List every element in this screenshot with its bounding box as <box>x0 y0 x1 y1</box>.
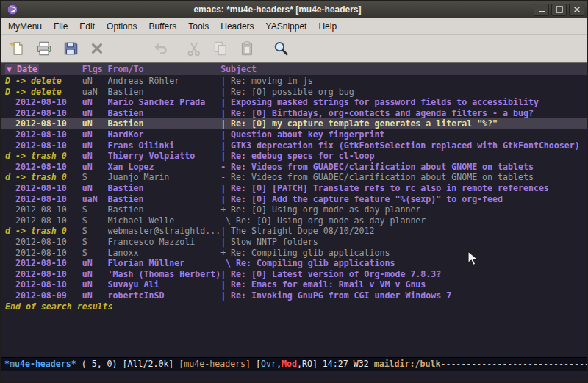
menu-buffers[interactable]: Buffers <box>143 19 182 34</box>
message-row[interactable]: d -> trash 0Swebmaster@straightd...| The… <box>1 226 587 237</box>
message-flags: uN <box>82 97 108 108</box>
paste-button[interactable] <box>236 37 258 60</box>
message-subject: | Re: [O] my capture template generates … <box>220 118 587 129</box>
message-date: 2012-08-10 <box>5 204 82 215</box>
menu-edit[interactable]: Edit <box>74 19 101 34</box>
message-date: 2012-08-10 <box>5 183 82 194</box>
message-flags: S <box>82 226 108 237</box>
message-from: Bastien <box>108 108 221 119</box>
column-header-from[interactable]: From/To <box>108 63 221 75</box>
column-header-subject[interactable]: Subject <box>220 63 587 75</box>
message-from: Mario Sanchez Prada <box>108 97 221 108</box>
message-row[interactable]: d -> trash 0SJuanjo Marin- Re: Videos fr… <box>1 172 587 183</box>
modeline-segment: , <box>276 359 282 369</box>
copy-icon <box>212 40 229 57</box>
message-flags: uN <box>82 108 108 119</box>
message-subject: | Re: moving in js <box>220 76 587 87</box>
message-row[interactable]: 2012-08-10uNBastien| Re: [O] [PATCH] Tra… <box>1 183 587 194</box>
message-subject: + Re: [O] Using org-mode as day planner <box>220 204 587 215</box>
emacs-logo-icon <box>7 4 18 15</box>
copy-button[interactable] <box>209 37 232 60</box>
message-row[interactable]: 2012-08-10SBastien+ Re: [O] Using org-mo… <box>1 204 587 215</box>
message-subject: + Re: Compiling glib applications <box>220 248 587 259</box>
message-row[interactable]: 2012-08-10SFrancesco Mazzoli| Slow NNTP … <box>1 237 587 248</box>
message-date: d -> trash 0 <box>5 226 82 237</box>
message-row[interactable]: 2012-08-10uNHardKor| Question about key … <box>1 129 587 140</box>
column-header-date[interactable]: ▼ Date <box>5 63 82 75</box>
minibuffer[interactable] <box>1 371 587 382</box>
message-row[interactable]: 2012-08-10SLanoxx+ Re: Compiling glib ap… <box>1 248 587 259</box>
message-from: HardKor <box>108 129 221 140</box>
cut-icon <box>185 40 203 57</box>
headers-buffer: D -> deleteuNAndreas Röhler| Re: moving … <box>1 75 587 357</box>
menu-mymenu[interactable]: MyMenu <box>2 19 48 34</box>
modeline-segment: maildir:/bulk <box>374 359 441 369</box>
message-flags: uN <box>82 258 108 269</box>
save-icon <box>62 40 79 57</box>
message-from: Frans Oilinki <box>108 140 221 151</box>
message-subject: | Re: [O] Latest version of Org-mode 7.8… <box>220 269 587 280</box>
menu-bar: MyMenuFileEditOptionsBuffersToolsHeaders… <box>1 18 587 35</box>
maximize-button[interactable] <box>551 4 567 16</box>
message-row[interactable]: 2012-08-10uNBastien| Re: [O] my capture … <box>1 118 587 129</box>
message-row[interactable]: 2012-08-10uNFrans Oilinki| GTK3 deprecat… <box>1 140 587 151</box>
close-button[interactable] <box>569 4 584 16</box>
modeline-segment: RO <box>302 359 312 369</box>
new-file-button[interactable] <box>7 37 29 60</box>
message-subject: | Re: [O] [PATCH] Translate refs to rc a… <box>220 183 587 194</box>
message-from: robertcInSD <box>108 290 221 301</box>
message-row[interactable]: D -> deleteuNAndreas Röhler| Re: moving … <box>1 76 587 87</box>
modeline-segment: [mu4e-headers] <box>179 359 251 369</box>
column-header-flags[interactable]: Flgs <box>82 63 108 75</box>
message-subject: | Slow NNTP folders <box>220 237 587 248</box>
search-button[interactable] <box>270 37 292 60</box>
menu-yasnippet[interactable]: YASnippet <box>260 19 313 34</box>
emacs-app-icon <box>7 4 18 15</box>
emacs-window: emacs: *mu4e-headers* [mu4e-headers] MyM… <box>0 0 588 383</box>
new-file-icon <box>9 40 26 57</box>
message-date: d -> trash 0 <box>5 172 82 183</box>
message-row[interactable]: 2012-08-10uNSuvayu Ali| Re: Emacs for em… <box>1 279 587 290</box>
message-from: Andreas Röhler <box>108 76 221 87</box>
message-date: D -> delete <box>5 76 82 87</box>
message-row[interactable]: D -> deleteuaNBastien| Re: [O] possible … <box>1 87 587 98</box>
print-button[interactable] <box>33 37 55 60</box>
message-row[interactable]: 2012-08-10SMichael Welle \ Re: [O] Using… <box>1 215 587 226</box>
message-row[interactable]: 2012-08-09uNrobertcInSD| Re: Invoking Gn… <box>1 290 587 301</box>
message-from: webmaster@straightd... <box>108 226 221 237</box>
modeline-segment: 14:27 W32 <box>323 359 374 369</box>
message-subject: | Exposing masked strings for password f… <box>220 97 587 108</box>
message-row[interactable]: 2012-08-10uNXan Lopez- Re: Videos from G… <box>1 162 587 173</box>
minimize-button[interactable] <box>534 4 549 16</box>
menu-help[interactable]: Help <box>312 19 343 34</box>
title-bar[interactable]: emacs: *mu4e-headers* [mu4e-headers] <box>1 1 587 18</box>
message-flags: uN <box>82 290 108 301</box>
close-button[interactable] <box>86 37 108 60</box>
message-date: 2012-08-10 <box>5 162 82 173</box>
menu-headers[interactable]: Headers <box>215 19 259 34</box>
message-row[interactable]: d -> trash 0uNThierry Volpiatto| Re: ede… <box>1 151 587 162</box>
maximize-icon <box>555 5 564 14</box>
menu-tools[interactable]: Tools <box>182 19 215 34</box>
cut-button[interactable] <box>183 37 205 60</box>
message-row[interactable]: 2012-08-10uNMario Sanchez Prada| Exposin… <box>1 97 587 108</box>
message-subject: | Re: [O] possible org bug <box>220 87 587 98</box>
message-flags: uaN <box>82 194 108 205</box>
message-row[interactable]: 2012-08-10uNBastien| Re: [O] Birthdays, … <box>1 108 587 119</box>
menu-file[interactable]: File <box>48 19 74 34</box>
message-row[interactable]: 2012-08-10uNFlorian Müllner \ Re: Compil… <box>1 258 587 269</box>
message-flags: S <box>82 172 108 183</box>
message-flags: S <box>82 248 108 259</box>
message-subject: \ Re: [O] Using org-mode as day planner <box>220 215 587 226</box>
minimize-icon <box>537 5 546 14</box>
mode-line[interactable]: *mu4e-headers* ( 5, 0) [All/2.0k] [mu4e-… <box>1 357 587 371</box>
message-row[interactable]: 2012-08-10uN'Mash (Thomas Herbert)| Re: … <box>1 269 587 280</box>
menu-options[interactable]: Options <box>101 19 143 34</box>
paste-icon <box>238 40 256 57</box>
message-subject: - Re: Videos from GUADEC/clarification a… <box>220 162 587 173</box>
message-flags: uN <box>82 162 108 173</box>
modeline-segment: ---------------------------------------- <box>440 359 587 369</box>
undo-button[interactable] <box>149 37 171 60</box>
save-button[interactable] <box>60 37 82 60</box>
message-row[interactable]: 2012-08-10uaNBastien| Re: [O] Add the ca… <box>1 194 587 205</box>
